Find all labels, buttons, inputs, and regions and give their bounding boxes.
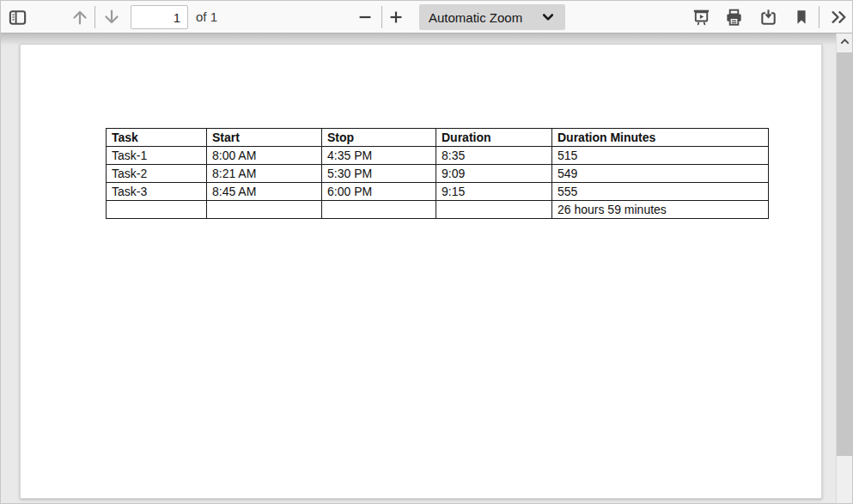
table-cell: Task-2 bbox=[107, 165, 207, 183]
table-row: Task-2 8:21 AM 5:30 PM 9:09 549 bbox=[107, 165, 769, 183]
pdf-page: Task Start Stop Duration Duration Minute… bbox=[20, 44, 822, 499]
table-cell bbox=[107, 201, 207, 219]
toolbar-divider bbox=[819, 6, 819, 28]
save-icon bbox=[759, 8, 778, 27]
sidebar-toggle-icon bbox=[8, 8, 27, 27]
bookmark-icon bbox=[792, 8, 811, 27]
table-cell: 555 bbox=[552, 183, 769, 201]
vertical-scrollbar[interactable] bbox=[836, 33, 852, 503]
table-cell: 9:15 bbox=[436, 183, 552, 201]
table-cell: 515 bbox=[552, 147, 769, 165]
presentation-mode-icon bbox=[692, 8, 711, 27]
header-cell: Start bbox=[207, 129, 322, 147]
table-cell bbox=[436, 201, 552, 219]
toolbar-divider bbox=[381, 6, 382, 28]
page-count-label: of 1 bbox=[196, 1, 217, 33]
header-cell: Duration bbox=[436, 129, 552, 147]
page-up-icon bbox=[70, 7, 90, 27]
table-cell: 9:09 bbox=[436, 165, 552, 183]
zoom-level-dropdown[interactable]: Automatic Zoom bbox=[419, 4, 565, 30]
more-tools-button[interactable] bbox=[826, 5, 850, 29]
table-cell: 549 bbox=[552, 165, 769, 183]
print-button[interactable] bbox=[722, 5, 746, 29]
table-header-row: Task Start Stop Duration Duration Minute… bbox=[107, 129, 769, 147]
zoom-in-icon bbox=[387, 8, 405, 27]
header-cell: Task bbox=[107, 129, 207, 147]
zoom-out-icon bbox=[356, 8, 375, 27]
zoom-level-value: Automatic Zoom bbox=[419, 10, 541, 25]
table-cell: 8:00 AM bbox=[207, 147, 322, 165]
table-row: Task-1 8:00 AM 4:35 PM 8:35 515 bbox=[107, 147, 769, 165]
page-number-input[interactable] bbox=[131, 5, 188, 29]
table-cell: 5:30 PM bbox=[322, 165, 436, 183]
print-icon bbox=[724, 8, 744, 27]
table-cell: 8:21 AM bbox=[207, 165, 322, 183]
viewer-content-area: Task Start Stop Duration Duration Minute… bbox=[1, 33, 852, 503]
pdf-viewer-window: of 1 Automatic Zoom bbox=[0, 0, 853, 504]
table-cell: 6:00 PM bbox=[322, 183, 436, 201]
scroll-up-button[interactable] bbox=[837, 35, 852, 51]
table-cell: 4:35 PM bbox=[322, 147, 436, 165]
next-page-button[interactable] bbox=[100, 5, 124, 29]
table-row: Task-3 8:45 AM 6:00 PM 9:15 555 bbox=[107, 183, 769, 201]
scrollbar-thumb[interactable] bbox=[837, 52, 852, 456]
header-cell: Stop bbox=[322, 129, 436, 147]
more-tools-icon bbox=[828, 7, 849, 27]
zoom-out-button[interactable] bbox=[353, 5, 377, 29]
chevron-down-icon bbox=[541, 10, 555, 24]
table-cell: 8:35 bbox=[436, 147, 552, 165]
presentation-mode-button[interactable] bbox=[689, 5, 713, 29]
table-cell: 26 hours 59 minutes bbox=[552, 201, 769, 219]
document-table: Task Start Stop Duration Duration Minute… bbox=[106, 128, 769, 219]
table-row: 26 hours 59 minutes bbox=[107, 201, 769, 219]
toggle-sidebar-button[interactable] bbox=[5, 5, 29, 29]
table-cell bbox=[207, 201, 322, 219]
bookmark-button[interactable] bbox=[789, 5, 813, 29]
previous-page-button[interactable] bbox=[68, 5, 92, 29]
page-down-icon bbox=[101, 7, 122, 27]
table-cell bbox=[322, 201, 436, 219]
header-cell: Duration Minutes bbox=[552, 129, 769, 147]
zoom-in-button[interactable] bbox=[384, 5, 408, 29]
table-cell: Task-3 bbox=[107, 183, 207, 201]
table-cell: Task-1 bbox=[107, 147, 207, 165]
table-cell: 8:45 AM bbox=[207, 183, 322, 201]
toolbar: of 1 Automatic Zoom bbox=[1, 1, 852, 33]
toolbar-divider bbox=[94, 6, 95, 28]
scroll-up-icon bbox=[838, 35, 851, 51]
save-button[interactable] bbox=[756, 5, 780, 29]
